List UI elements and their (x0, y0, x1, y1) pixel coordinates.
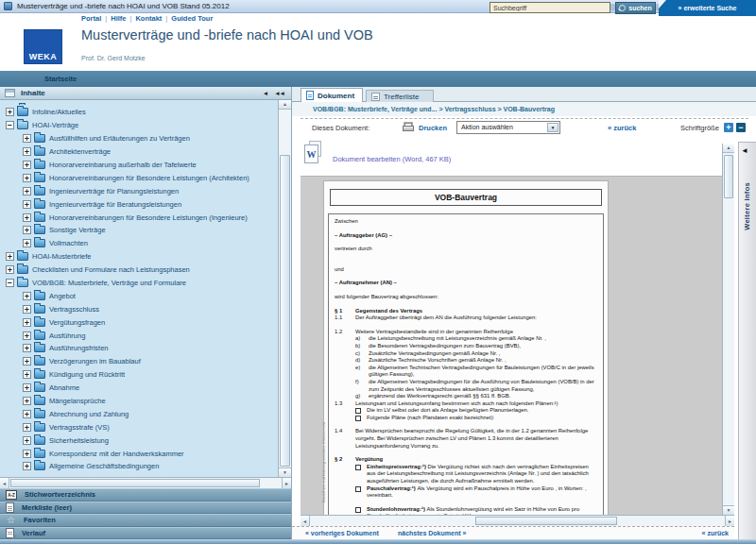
collapse-all-icon[interactable] (274, 90, 284, 96)
tree-item[interactable]: +Ausfüllhilfen und Erläuterungen zu Vert… (0, 132, 278, 145)
sidebar-accordion-favoriten[interactable]: Favoriten (0, 514, 291, 527)
tree-item[interactable]: +Sonstige Verträge (0, 224, 278, 237)
tree-item[interactable]: +Abnahme (0, 382, 278, 395)
expand-icon[interactable]: + (6, 265, 14, 274)
document-horizontal-scrollbar[interactable]: ◄ ► (301, 515, 734, 526)
tree-item[interactable]: +Vertragsschluss (0, 302, 278, 315)
scrollbar-thumb[interactable] (10, 479, 260, 487)
search-input[interactable] (490, 2, 610, 13)
tree-item[interactable]: +Verzögerungen im Bauablauf (0, 355, 278, 368)
tab-dokument[interactable]: Dokument (301, 88, 363, 102)
expand-icon[interactable]: + (23, 397, 31, 405)
tree-item[interactable]: +Allgemeine Geschäftsbedingungen (0, 460, 278, 473)
tree-item[interactable]: +Korrespondenz mit der Handwerkskammer (0, 447, 278, 460)
scrollbar-thumb[interactable] (475, 517, 617, 525)
search-button[interactable]: suchen (615, 2, 656, 14)
collapse-icon[interactable]: − (6, 121, 14, 129)
expand-icon[interactable]: + (23, 436, 31, 445)
expand-icon[interactable]: + (23, 147, 31, 156)
tree-item[interactable]: +Sicherheitsleistung (0, 434, 278, 447)
footer-back-link[interactable]: « zurück (702, 530, 729, 536)
tree-item[interactable]: +Honorarvereinbarungen für Besondere Lei… (0, 211, 278, 224)
sidebar-accordion-merkliste[interactable]: Merkliste (leer) (0, 502, 291, 515)
expand-icon[interactable]: + (23, 161, 31, 169)
document-vertical-scrollbar[interactable]: ▲ ▼ (722, 144, 734, 515)
hilfe-link[interactable]: Hilfe (111, 14, 126, 23)
expand-icon[interactable]: + (23, 213, 31, 222)
expand-icon[interactable]: + (23, 357, 31, 366)
drucken-link[interactable]: Drucken (419, 124, 447, 132)
word-edit-link[interactable]: Dokument bearbeiten (Word, 467 KB) (333, 155, 451, 163)
collapse-infos-icon[interactable] (741, 147, 748, 155)
expand-icon[interactable]: + (23, 174, 31, 182)
tree-item[interactable]: +Architektenverträge (0, 145, 278, 159)
collapse-panel-icon[interactable] (263, 90, 268, 96)
tree-item[interactable]: +Infoline/Aktuelles (0, 106, 278, 119)
sidebar-accordion-stichwortverzeichnis[interactable]: Stichwortverzeichnis (0, 488, 291, 502)
expand-icon[interactable]: + (6, 252, 14, 261)
action-dropdown[interactable]: Aktion auswählen (456, 121, 560, 134)
startseite-tab[interactable]: Startseite (44, 71, 77, 87)
fontsize-minus-button[interactable]: − (736, 123, 746, 132)
expand-icon[interactable]: + (23, 344, 31, 352)
expand-icon[interactable]: + (23, 450, 31, 458)
tree-item[interactable]: +Vertragsstrafe (VS) (0, 420, 278, 434)
expand-icon[interactable]: + (6, 108, 14, 116)
tree-item[interactable]: +Ausführung (0, 329, 278, 342)
tree-item[interactable]: +Abrechnung und Zahlung (0, 407, 278, 420)
next-document-link[interactable]: nächstes Dokument » (398, 530, 466, 536)
expand-icon[interactable]: + (23, 134, 31, 143)
kontakt-link[interactable]: Kontakt (135, 14, 162, 23)
fontsize-plus-button[interactable]: + (724, 123, 733, 132)
tree-item[interactable]: +Vollmachten (0, 237, 278, 250)
tree-item[interactable]: +Angebot (0, 289, 278, 302)
tree-item[interactable]: +Honorarvereinbarungen für Besondere Lei… (0, 171, 278, 184)
expand-icon[interactable]: + (23, 239, 31, 247)
back-link[interactable]: « zurück (608, 124, 636, 132)
collapse-icon[interactable]: − (6, 279, 14, 287)
scroll-down-icon[interactable]: ▼ (723, 505, 734, 515)
scroll-right-icon[interactable]: ► (725, 516, 734, 526)
scroll-up-icon[interactable]: ▲ (723, 144, 734, 153)
prev-document-link[interactable]: « vorheriges Dokument (305, 530, 379, 536)
tree-horizontal-scrollbar[interactable]: ◄ ► (0, 477, 291, 488)
expand-icon[interactable]: + (23, 292, 31, 300)
tree-item[interactable]: +HOAI-Musterbriefe (0, 250, 278, 264)
advanced-search-link[interactable]: » erweiterte Suche (659, 0, 756, 16)
expand-icon[interactable]: + (23, 332, 31, 340)
chevron-down-icon[interactable] (547, 123, 558, 132)
expand-icon[interactable]: + (23, 305, 31, 314)
scroll-left-icon[interactable]: ◄ (301, 516, 310, 526)
sidebar-accordion-verlauf[interactable]: Verlauf (0, 527, 291, 540)
expand-icon[interactable]: + (23, 462, 31, 470)
expand-icon[interactable]: + (23, 200, 31, 209)
tree-item[interactable]: +Ausführungsfristen (0, 342, 278, 355)
expand-icon[interactable]: + (23, 226, 31, 234)
weitere-infos-tab[interactable]: Weitere Infos (738, 142, 756, 539)
expand-icon[interactable]: + (23, 410, 31, 418)
expand-icon[interactable]: + (23, 423, 31, 432)
tree-item[interactable]: −HOAI-Verträge (0, 119, 278, 132)
tree-item[interactable]: +Vergütungsfragen (0, 315, 278, 329)
expand-icon[interactable]: + (23, 318, 31, 327)
scroll-down-icon[interactable]: ▼ (279, 468, 291, 477)
tree-item[interactable]: +Honorarvereinbarung außerhalb der Tafel… (0, 159, 278, 172)
tree-item[interactable]: +Ingenieurverträge für Beratungsleistung… (0, 197, 278, 211)
expand-icon[interactable]: + (23, 383, 31, 392)
scroll-right-icon[interactable]: ► (282, 478, 291, 488)
expand-icon[interactable]: + (23, 187, 31, 196)
tree-item[interactable]: +Kündigung und Rücktritt (0, 368, 278, 382)
scrollbar-thumb[interactable] (280, 155, 290, 467)
expand-icon[interactable]: + (23, 370, 31, 379)
tab-trefferliste[interactable]: Trefferliste (366, 90, 434, 102)
tree-item[interactable]: +Checklisten und Formulare nach Leistung… (0, 264, 278, 277)
tree-item[interactable]: +Ingenieurverträge für Planungsleistunge… (0, 184, 278, 197)
scrollbar-thumb[interactable] (724, 155, 733, 198)
guided-tour-link[interactable]: Guided Tour (171, 14, 213, 23)
tree-item[interactable]: +Mängelansprüche (0, 395, 278, 408)
portal-link[interactable]: Portal (81, 14, 101, 23)
tree-item[interactable]: −VOB/BGB: Musterbriefe, Verträge und For… (0, 277, 278, 290)
tree-vertical-scrollbar[interactable]: ▲ ▼ (278, 100, 291, 477)
scroll-up-icon[interactable]: ▲ (279, 100, 291, 110)
scroll-left-icon[interactable]: ◄ (0, 478, 9, 488)
